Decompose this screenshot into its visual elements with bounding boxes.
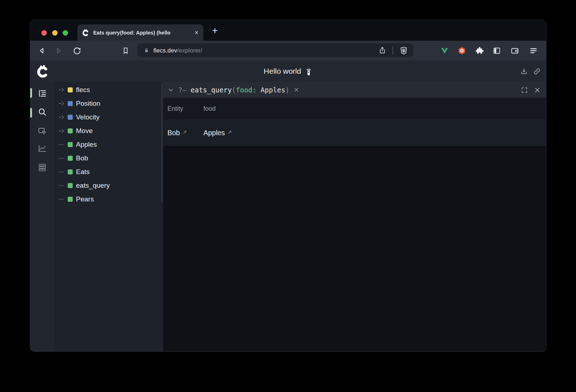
systems-ruler-icon[interactable] xyxy=(37,163,47,172)
tree-item-apples[interactable]: Apples xyxy=(54,138,163,151)
query-expression[interactable]: ?– eats_query(food: Apples) xyxy=(178,86,289,94)
expand-arrow-icon[interactable] xyxy=(59,87,64,93)
food-cell[interactable]: Apples↗ xyxy=(203,129,546,137)
entity-color-swatch xyxy=(68,169,73,174)
tree-item-pears[interactable]: Pears xyxy=(54,192,163,206)
collapse-chevron-icon[interactable] xyxy=(168,87,174,93)
tree-item-label: eats_query xyxy=(76,182,110,190)
app-header: Hello world xyxy=(30,60,546,82)
entity-color-swatch xyxy=(68,142,73,147)
tree-item-velocity[interactable]: Velocity xyxy=(54,110,163,124)
tab-close-button[interactable]: ✕ xyxy=(194,29,199,36)
tree-item-label: Pears xyxy=(76,195,94,203)
tab-bar: Eats query(food: Apples) (hello ✕ + xyxy=(30,20,546,41)
tree-scrollbar[interactable] xyxy=(161,83,163,202)
entity-cell-label: Bob xyxy=(167,129,180,137)
query-clear-button[interactable]: ✕ xyxy=(294,86,299,94)
minimize-window-button[interactable] xyxy=(52,30,58,36)
tree-item-label: Velocity xyxy=(76,113,99,121)
tree-item-flecs[interactable]: flecs xyxy=(54,83,163,97)
app-body: flecs Position Velocity Move Apples xyxy=(30,82,546,351)
entity-color-swatch xyxy=(68,115,73,120)
tree-item-label: Move xyxy=(76,127,93,135)
close-panel-icon[interactable] xyxy=(534,87,540,93)
wallet-button[interactable] xyxy=(510,46,519,55)
entity-tree-panel: flecs Position Velocity Move Apples xyxy=(54,82,163,351)
extensions-puzzle-button[interactable] xyxy=(475,46,484,55)
world-title-text: Hello world xyxy=(264,67,301,76)
tree-item-eats-query[interactable]: eats_query xyxy=(54,179,163,192)
flecs-favicon-icon xyxy=(82,29,90,36)
new-tab-button[interactable]: + xyxy=(212,25,218,36)
forward-button[interactable] xyxy=(54,46,63,55)
tree-item-move[interactable]: Move xyxy=(54,124,163,138)
tab-title: Eats query(food: Apples) (hello xyxy=(93,30,190,36)
close-window-button[interactable] xyxy=(41,30,47,36)
url-host: flecs.dev xyxy=(153,47,177,54)
query-param: food: xyxy=(236,86,256,94)
url-path: /explorer/ xyxy=(177,47,202,54)
url-bar[interactable]: flecs.dev/explorer/ xyxy=(138,44,413,57)
browser-menu-button[interactable] xyxy=(529,46,538,55)
share-link-button[interactable] xyxy=(533,67,541,76)
entity-link-icon[interactable]: ↗ xyxy=(183,129,187,136)
share-button[interactable] xyxy=(378,46,386,54)
inspect-cursor-icon[interactable] xyxy=(37,126,47,136)
query-prompt: ?– xyxy=(178,86,190,94)
entity-tree-icon[interactable] xyxy=(37,88,47,98)
fullscreen-icon[interactable] xyxy=(521,87,528,94)
results-table-row[interactable]: Bob↗ Apples↗ xyxy=(163,120,546,146)
entity-cell[interactable]: Bob↗ xyxy=(167,129,203,137)
bookmark-button[interactable] xyxy=(122,46,130,55)
query-paren-open: ( xyxy=(232,86,236,94)
browser-toolbar: flecs.dev/explorer/ xyxy=(30,41,546,60)
browser-window: Eats query(food: Apples) (hello ✕ + flec… xyxy=(30,20,546,351)
leaf-dash-icon xyxy=(59,183,64,188)
tree-item-label: Bob xyxy=(76,154,88,162)
tree-item-eats[interactable]: Eats xyxy=(54,165,163,179)
entity-color-swatch xyxy=(68,128,73,133)
lock-icon xyxy=(143,47,150,54)
query-paren-close: ) xyxy=(285,86,289,94)
column-header-entity: Entity xyxy=(167,105,203,113)
stats-chart-icon[interactable] xyxy=(37,143,47,153)
tree-item-position[interactable]: Position xyxy=(54,97,163,110)
entity-color-swatch xyxy=(68,101,73,106)
query-name: eats_query xyxy=(190,86,231,94)
tree-item-label: Eats xyxy=(76,168,90,176)
food-cell-label: Apples xyxy=(203,129,225,137)
url-text: flecs.dev/explorer/ xyxy=(153,47,202,54)
brave-shield-button[interactable] xyxy=(399,46,408,55)
reload-button[interactable] xyxy=(73,46,82,55)
tree-item-label: Apples xyxy=(76,141,97,149)
leaf-dash-icon xyxy=(59,169,64,175)
sidebar-toggle-button[interactable] xyxy=(492,46,501,55)
remote-connection-icon[interactable] xyxy=(305,67,312,76)
query-panel-active-indicator xyxy=(30,108,32,118)
tree-item-label: Position xyxy=(76,100,100,108)
leaf-dash-icon xyxy=(59,196,64,202)
query-arg: Apples xyxy=(256,86,285,94)
vue-devtools-extension-button[interactable] xyxy=(441,46,449,55)
entity-color-swatch xyxy=(68,156,73,161)
tree-item-bob[interactable]: Bob xyxy=(54,151,163,165)
tree-panel-active-indicator xyxy=(30,88,32,98)
expand-arrow-icon[interactable] xyxy=(59,128,64,134)
browser-tab[interactable]: Eats query(food: Apples) (hello ✕ xyxy=(77,24,203,41)
entity-color-swatch xyxy=(68,197,73,202)
query-header: ?– eats_query(food: Apples) ✕ xyxy=(163,82,546,98)
expand-arrow-icon[interactable] xyxy=(59,114,64,120)
back-button[interactable] xyxy=(38,46,46,55)
zoom-window-button[interactable] xyxy=(63,30,68,36)
query-results-panel: ?– eats_query(food: Apples) ✕ Entity foo… xyxy=(163,82,546,351)
expand-arrow-icon[interactable] xyxy=(59,101,64,106)
search-icon[interactable] xyxy=(37,107,47,117)
hexagon-extension-button[interactable] xyxy=(458,46,466,55)
food-link-icon[interactable]: ↗ xyxy=(228,129,232,136)
results-table-header: Entity food xyxy=(163,98,546,120)
leaf-dash-icon xyxy=(59,142,64,147)
leaf-dash-icon xyxy=(59,155,64,161)
world-title: Hello world xyxy=(30,60,546,82)
toolbar-divider xyxy=(392,46,393,55)
download-button[interactable] xyxy=(520,67,528,76)
